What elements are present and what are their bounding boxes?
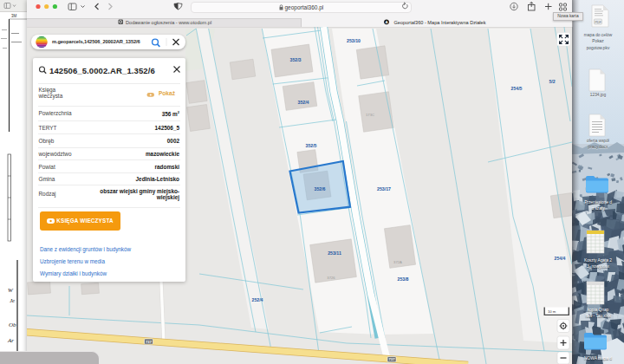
svg-text:3M: 3M	[11, 14, 17, 18]
svg-text:253/11: 253/11	[328, 250, 341, 256]
svg-text:352/3: 352/3	[290, 57, 302, 62]
svg-text:PDF: PDF	[595, 21, 601, 24]
svg-text:5/2: 5/2	[549, 79, 555, 84]
svg-text:253/17: 253/17	[377, 186, 391, 192]
svg-text:254/4: 254/4	[555, 256, 566, 261]
svg-text:352/5: 352/5	[306, 143, 317, 148]
svg-text:10 m: 10 m	[548, 309, 556, 314]
svg-text:Dodawanie ogłoszenia - www.oto: Dodawanie ogłoszenia - www.otodom.pl	[126, 20, 211, 25]
svg-text:737: 737	[389, 357, 396, 361]
svg-text:Je: Je	[10, 297, 15, 304]
svg-text:W: W	[8, 287, 14, 294]
svg-text:352/4: 352/4	[298, 100, 309, 105]
svg-text:252/4: 252/4	[252, 297, 263, 302]
svg-text:352/6: 352/6	[315, 186, 326, 192]
svg-text:737: 737	[146, 340, 153, 344]
svg-text:Ob: Ob	[9, 322, 16, 328]
svg-text:372A: 372A	[393, 260, 402, 264]
svg-text:173C: 173C	[366, 113, 374, 117]
svg-text:253/10: 253/10	[347, 38, 361, 43]
svg-text:254/5: 254/5	[511, 86, 523, 91]
svg-text:253/8: 253/8	[398, 276, 409, 282]
svg-text:3726: 3726	[327, 276, 335, 280]
svg-text:Geoportal360 - Mapa Interaktyw: Geoportal360 - Mapa Interaktywna Działek	[394, 20, 486, 25]
svg-text:Ar: Ar	[7, 337, 14, 344]
